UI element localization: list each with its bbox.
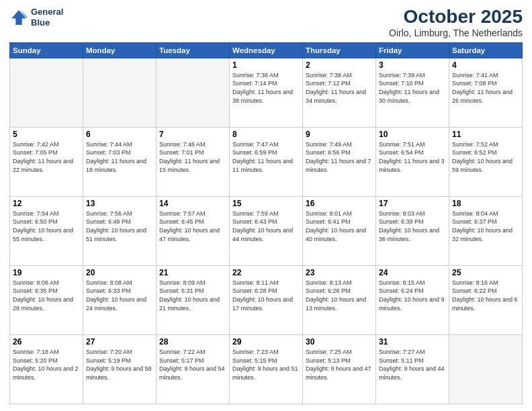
logo-icon	[9, 8, 28, 27]
day-number: 15	[232, 199, 300, 208]
calendar-cell: 29Sunrise: 7:23 AM Sunset: 5:15 PM Dayli…	[230, 334, 303, 404]
day-info: Sunrise: 7:56 AM Sunset: 6:48 PM Dayligh…	[86, 210, 153, 243]
header-saturday: Saturday	[449, 42, 523, 58]
calendar-cell: 15Sunrise: 7:59 AM Sunset: 6:43 PM Dayli…	[230, 196, 303, 265]
calendar-table: Sunday Monday Tuesday Wednesday Thursday…	[9, 42, 523, 404]
month-title: October 2025	[389, 7, 523, 28]
day-number: 23	[306, 268, 373, 277]
day-info: Sunrise: 7:23 AM Sunset: 5:15 PM Dayligh…	[232, 348, 300, 381]
day-number: 4	[452, 60, 519, 70]
day-number: 18	[452, 199, 519, 208]
calendar-cell: 1Sunrise: 7:36 AM Sunset: 7:14 PM Daylig…	[230, 58, 303, 127]
header-sunday: Sunday	[10, 42, 83, 58]
logo: General Blue	[9, 7, 63, 28]
day-number: 8	[232, 130, 300, 139]
calendar-cell: 19Sunrise: 8:06 AM Sunset: 6:35 PM Dayli…	[10, 265, 83, 334]
calendar-cell	[83, 58, 157, 127]
day-number: 22	[232, 268, 300, 277]
calendar-cell: 31Sunrise: 7:27 AM Sunset: 5:11 PM Dayli…	[376, 334, 449, 404]
day-info: Sunrise: 7:39 AM Sunset: 7:10 PM Dayligh…	[379, 71, 446, 105]
calendar-cell: 11Sunrise: 7:52 AM Sunset: 6:52 PM Dayli…	[449, 127, 523, 196]
calendar-cell: 24Sunrise: 8:15 AM Sunset: 6:24 PM Dayli…	[376, 265, 449, 334]
day-info: Sunrise: 8:13 AM Sunset: 6:26 PM Dayligh…	[306, 279, 373, 312]
day-info: Sunrise: 7:41 AM Sunset: 7:08 PM Dayligh…	[452, 71, 519, 105]
title-block: October 2025 Oirlo, Limburg, The Netherl…	[389, 7, 523, 38]
day-info: Sunrise: 7:18 AM Sunset: 5:20 PM Dayligh…	[13, 348, 80, 381]
day-info: Sunrise: 8:03 AM Sunset: 6:39 PM Dayligh…	[379, 210, 446, 243]
calendar-cell: 6Sunrise: 7:44 AM Sunset: 7:03 PM Daylig…	[83, 127, 157, 196]
day-number: 9	[306, 130, 373, 139]
calendar-cell	[157, 58, 230, 127]
calendar-cell: 13Sunrise: 7:56 AM Sunset: 6:48 PM Dayli…	[83, 196, 157, 265]
day-info: Sunrise: 7:44 AM Sunset: 7:03 PM Dayligh…	[86, 140, 153, 174]
calendar-cell: 16Sunrise: 8:01 AM Sunset: 6:41 PM Dayli…	[303, 196, 376, 265]
day-number: 10	[379, 130, 446, 139]
weekday-header-row: Sunday Monday Tuesday Wednesday Thursday…	[10, 42, 523, 58]
day-info: Sunrise: 7:46 AM Sunset: 7:01 PM Dayligh…	[159, 140, 226, 174]
day-info: Sunrise: 8:15 AM Sunset: 6:24 PM Dayligh…	[379, 279, 446, 312]
day-number: 24	[379, 268, 446, 277]
calendar-cell	[449, 334, 523, 404]
day-number: 1	[232, 60, 300, 70]
day-number: 29	[232, 337, 300, 347]
calendar-cell: 25Sunrise: 8:16 AM Sunset: 6:22 PM Dayli…	[449, 265, 523, 334]
day-info: Sunrise: 7:51 AM Sunset: 6:54 PM Dayligh…	[379, 140, 446, 174]
day-number: 27	[86, 337, 153, 347]
day-info: Sunrise: 8:08 AM Sunset: 6:33 PM Dayligh…	[86, 279, 153, 312]
day-number: 30	[306, 337, 373, 347]
day-number: 28	[159, 337, 226, 347]
location-title: Oirlo, Limburg, The Netherlands	[389, 28, 523, 38]
day-info: Sunrise: 7:47 AM Sunset: 6:59 PM Dayligh…	[232, 140, 300, 174]
day-number: 12	[13, 199, 80, 208]
header-monday: Monday	[83, 42, 157, 58]
calendar-week-row: 26Sunrise: 7:18 AM Sunset: 5:20 PM Dayli…	[10, 334, 523, 404]
day-number: 3	[379, 60, 446, 70]
logo-line1: General	[31, 7, 63, 17]
calendar-week-row: 1Sunrise: 7:36 AM Sunset: 7:14 PM Daylig…	[10, 58, 523, 127]
page: General Blue October 2025 Oirlo, Limburg…	[0, 0, 532, 411]
svg-marker-0	[11, 10, 26, 25]
day-number: 21	[159, 268, 226, 277]
day-number: 11	[452, 130, 519, 139]
day-info: Sunrise: 8:06 AM Sunset: 6:35 PM Dayligh…	[13, 279, 80, 312]
day-info: Sunrise: 7:38 AM Sunset: 7:12 PM Dayligh…	[306, 71, 373, 105]
calendar-cell: 12Sunrise: 7:54 AM Sunset: 6:50 PM Dayli…	[10, 196, 83, 265]
calendar-cell: 23Sunrise: 8:13 AM Sunset: 6:26 PM Dayli…	[303, 265, 376, 334]
calendar-cell: 7Sunrise: 7:46 AM Sunset: 7:01 PM Daylig…	[157, 127, 230, 196]
calendar-body: 1Sunrise: 7:36 AM Sunset: 7:14 PM Daylig…	[10, 58, 523, 404]
day-info: Sunrise: 8:09 AM Sunset: 6:31 PM Dayligh…	[159, 279, 226, 312]
calendar-cell: 8Sunrise: 7:47 AM Sunset: 6:59 PM Daylig…	[230, 127, 303, 196]
header-friday: Friday	[376, 42, 449, 58]
day-info: Sunrise: 7:49 AM Sunset: 6:56 PM Dayligh…	[306, 140, 373, 174]
calendar-cell: 2Sunrise: 7:38 AM Sunset: 7:12 PM Daylig…	[303, 58, 376, 127]
day-number: 19	[13, 268, 80, 277]
day-number: 14	[159, 199, 226, 208]
calendar-cell: 21Sunrise: 8:09 AM Sunset: 6:31 PM Dayli…	[157, 265, 230, 334]
day-info: Sunrise: 7:42 AM Sunset: 7:05 PM Dayligh…	[13, 140, 80, 174]
calendar-cell: 30Sunrise: 7:25 AM Sunset: 5:13 PM Dayli…	[303, 334, 376, 404]
calendar-cell: 9Sunrise: 7:49 AM Sunset: 6:56 PM Daylig…	[303, 127, 376, 196]
day-info: Sunrise: 8:04 AM Sunset: 6:37 PM Dayligh…	[452, 210, 519, 243]
calendar-week-row: 19Sunrise: 8:06 AM Sunset: 6:35 PM Dayli…	[10, 265, 523, 334]
calendar-cell: 20Sunrise: 8:08 AM Sunset: 6:33 PM Dayli…	[83, 265, 157, 334]
header-wednesday: Wednesday	[230, 42, 303, 58]
header-tuesday: Tuesday	[157, 42, 230, 58]
calendar-cell: 17Sunrise: 8:03 AM Sunset: 6:39 PM Dayli…	[376, 196, 449, 265]
calendar-week-row: 5Sunrise: 7:42 AM Sunset: 7:05 PM Daylig…	[10, 127, 523, 196]
day-info: Sunrise: 7:36 AM Sunset: 7:14 PM Dayligh…	[232, 71, 300, 105]
day-number: 20	[86, 268, 153, 277]
day-number: 13	[86, 199, 153, 208]
day-info: Sunrise: 7:25 AM Sunset: 5:13 PM Dayligh…	[306, 348, 373, 381]
day-number: 7	[159, 130, 226, 139]
day-info: Sunrise: 7:52 AM Sunset: 6:52 PM Dayligh…	[452, 140, 519, 174]
day-number: 6	[86, 130, 153, 139]
day-info: Sunrise: 7:54 AM Sunset: 6:50 PM Dayligh…	[13, 210, 80, 243]
day-number: 26	[13, 337, 80, 347]
logo-line2: Blue	[31, 17, 63, 28]
calendar-cell	[10, 58, 83, 127]
logo-text: General Blue	[31, 7, 63, 28]
day-info: Sunrise: 7:22 AM Sunset: 5:17 PM Dayligh…	[159, 348, 226, 381]
day-number: 5	[13, 130, 80, 139]
calendar-week-row: 12Sunrise: 7:54 AM Sunset: 6:50 PM Dayli…	[10, 196, 523, 265]
day-info: Sunrise: 8:16 AM Sunset: 6:22 PM Dayligh…	[452, 279, 519, 312]
